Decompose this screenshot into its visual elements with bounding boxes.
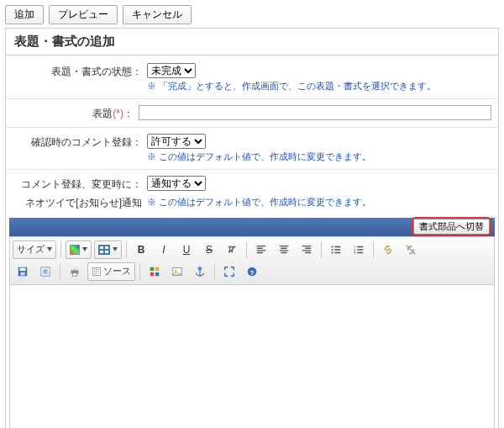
save-icon: [17, 266, 29, 277]
svg-rect-18: [155, 272, 159, 276]
align-right-button[interactable]: [297, 240, 317, 259]
svg-point-1: [332, 249, 333, 251]
svg-rect-16: [155, 267, 159, 271]
italic-icon: I: [162, 244, 165, 256]
add-button[interactable]: 追加: [5, 5, 44, 24]
svg-rect-10: [43, 269, 47, 273]
maximize-icon: [223, 266, 235, 277]
svg-text:?: ?: [250, 268, 255, 276]
smiley-icon: [149, 266, 160, 277]
chevron-down-icon: [82, 247, 87, 251]
status-hint: ※ 「完成」とすると、作成画面で、この表題・書式を選択できます。: [147, 80, 491, 92]
select-all-button[interactable]: [35, 262, 55, 281]
maximize-button[interactable]: [219, 262, 239, 281]
status-label: 表題・書式の状態：: [13, 63, 147, 79]
help-icon: ?: [246, 266, 258, 277]
remove-format-icon: [226, 244, 238, 256]
editor-toolbar: サイズ B I U S 123: [9, 236, 495, 285]
switch-format-parts-button[interactable]: 書式部品へ切替: [413, 219, 490, 235]
image-icon: [171, 266, 183, 277]
text-color-icon: [70, 245, 80, 255]
editor-content-area[interactable]: [9, 285, 495, 428]
font-size-combo[interactable]: サイズ: [13, 240, 56, 259]
svg-rect-13: [72, 273, 76, 277]
title-label: 表題(*)：: [13, 105, 139, 121]
anchor-icon: [194, 266, 206, 277]
source-icon: [92, 267, 102, 277]
italic-button[interactable]: I: [154, 240, 174, 259]
chevron-down-icon: [113, 247, 118, 251]
remove-format-button[interactable]: [222, 240, 242, 259]
confirm-comment-select[interactable]: 許可する: [147, 134, 206, 149]
print-button[interactable]: [65, 262, 85, 281]
align-left-icon: [255, 244, 267, 256]
svg-point-0: [332, 246, 333, 247]
chevron-down-icon: [47, 247, 52, 251]
confirm-comment-label: 確認時のコメント登録：: [13, 134, 147, 150]
bold-icon: B: [138, 244, 145, 256]
confirm-comment-hint: ※ この値はデフォルト値で、作成時に変更できます。: [147, 151, 491, 163]
strike-icon: S: [206, 244, 213, 256]
align-right-icon: [301, 244, 312, 256]
cancel-button[interactable]: キャンセル: [123, 5, 192, 24]
align-left-button[interactable]: [251, 240, 271, 259]
save-button[interactable]: [13, 262, 33, 281]
image-button[interactable]: [167, 262, 187, 281]
bold-button[interactable]: B: [131, 240, 151, 259]
change-notify-select[interactable]: 通知する: [147, 176, 206, 191]
unlink-button[interactable]: [401, 240, 421, 259]
link-button[interactable]: [378, 240, 398, 259]
svg-rect-8: [20, 272, 24, 276]
align-center-icon: [278, 244, 290, 256]
svg-point-2: [332, 251, 333, 253]
underline-button[interactable]: U: [176, 240, 197, 259]
form-panel: 表題・書式の追加 表題・書式の状態： 未完成 ※ 「完成」とすると、作成画面で、…: [5, 28, 499, 428]
editor-header-bar: 書式部品へ切替: [9, 218, 495, 236]
select-all-icon: [39, 266, 51, 277]
svg-rect-15: [150, 267, 154, 271]
change-notify-label: コメント登録、変更時に：: [13, 176, 147, 192]
number-list-icon: 123: [353, 244, 365, 256]
align-center-button[interactable]: [274, 240, 294, 259]
svg-rect-12: [72, 267, 76, 270]
source-button[interactable]: ソース: [87, 262, 135, 281]
anchor-button[interactable]: [190, 262, 210, 281]
status-select[interactable]: 未完成: [147, 63, 196, 78]
neotwi-hint: ※ この値はデフォルト値で、作成時に変更できます。: [147, 196, 491, 209]
bullet-list-button[interactable]: [326, 240, 346, 259]
svg-rect-7: [20, 267, 26, 271]
link-icon: [382, 244, 394, 256]
text-color-combo[interactable]: [66, 240, 92, 259]
print-icon: [69, 266, 81, 277]
underline-icon: U: [183, 244, 191, 256]
strike-button[interactable]: S: [199, 240, 219, 259]
table-icon: [98, 245, 110, 255]
unlink-icon: [405, 244, 417, 256]
help-button[interactable]: ?: [242, 262, 262, 281]
smiley-button[interactable]: [144, 262, 165, 281]
preview-button[interactable]: プレビュー: [49, 5, 118, 24]
title-input[interactable]: [139, 105, 491, 120]
svg-rect-17: [150, 272, 154, 276]
number-list-button[interactable]: 123: [349, 240, 369, 259]
bullet-list-icon: [330, 244, 342, 256]
svg-point-20: [175, 270, 177, 272]
svg-text:3: 3: [354, 251, 356, 255]
neotwi-label: ネオツイで[お知らせ]通知: [13, 194, 147, 210]
panel-title: 表題・書式の追加: [6, 29, 498, 55]
table-combo[interactable]: [94, 240, 122, 259]
